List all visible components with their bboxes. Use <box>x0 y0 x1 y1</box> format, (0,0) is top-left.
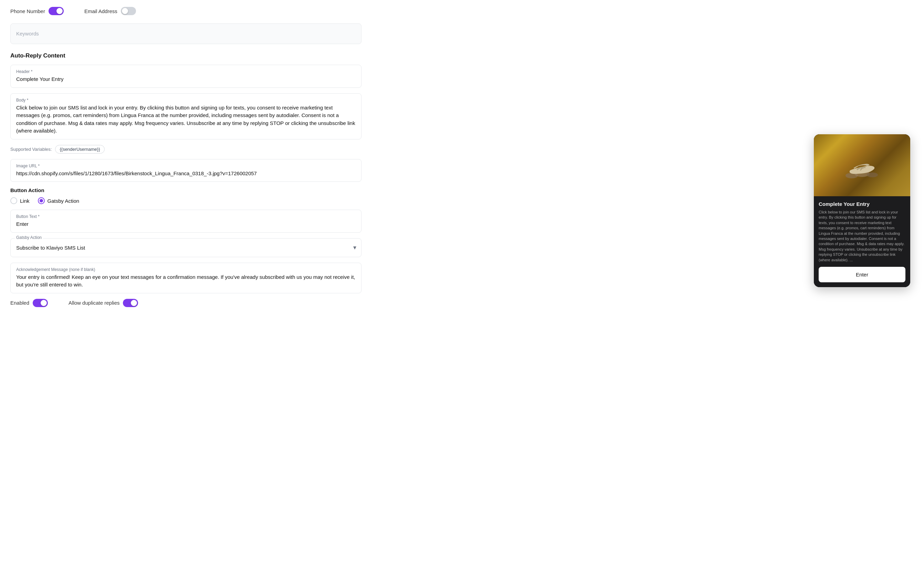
body-value[interactable]: Click below to join our SMS list and loc… <box>16 104 356 135</box>
phone-number-toggle[interactable] <box>48 7 64 15</box>
radio-gatsby-action[interactable]: Gatsby Action <box>38 197 79 204</box>
email-address-toggle[interactable] <box>121 7 136 15</box>
button-action-title: Button Action <box>10 187 362 193</box>
acknowledgement-value[interactable]: Your entry is confirmed! Keep an eye on … <box>16 273 356 289</box>
keywords-container[interactable]: Keywords <box>10 23 362 44</box>
svg-point-2 <box>867 172 878 177</box>
toggle-thumb-duplicate <box>131 300 137 306</box>
header-value[interactable]: Complete Your Entry <box>16 76 356 83</box>
preview-card: Complete Your Entry Click below to join … <box>814 134 910 287</box>
toggle-track-phone[interactable] <box>48 7 64 15</box>
preview-text-area: Complete Your Entry Click below to join … <box>814 196 910 287</box>
radio-circle-gatsby[interactable] <box>38 197 45 204</box>
toggle-thumb-email <box>122 8 128 14</box>
phone-number-toggle-row: Phone Number <box>10 7 64 15</box>
preview-card-body: Click below to join our SMS list and loc… <box>819 210 905 263</box>
acknowledgement-label: Acknowledgement Message (none if blank) <box>16 267 356 272</box>
phone-number-label: Phone Number <box>10 8 45 14</box>
preview-card-header: Complete Your Entry <box>819 201 905 207</box>
acknowledgement-field-group: Acknowledgement Message (none if blank) … <box>10 263 362 293</box>
radio-label-gatsby: Gatsby Action <box>48 198 79 204</box>
sandal-icon <box>841 152 883 179</box>
image-url-value[interactable]: https://cdn.shopify.com/s/files/1/1280/1… <box>16 170 356 178</box>
button-action-radio-row: Link Gatsby Action <box>10 197 362 204</box>
image-url-label: Image URL * <box>16 164 356 168</box>
allow-duplicate-label: Allow duplicate replies <box>69 300 119 306</box>
header-label: Header * <box>16 69 356 74</box>
gatsby-action-select[interactable]: Subscribe to Klaviyo SMS List Other Acti… <box>11 239 361 257</box>
button-action-section: Button Action Link Gatsby Action <box>10 187 362 204</box>
body-label: Body * <box>16 98 356 103</box>
gatsby-action-legend: Gatsby Action <box>15 235 43 240</box>
keywords-placeholder: Keywords <box>16 31 39 37</box>
allow-duplicate-toggle-row: Allow duplicate replies <box>69 299 138 307</box>
toggle-thumb-phone <box>56 8 63 14</box>
button-text-field-group: Button Text * Enter <box>10 210 362 233</box>
preview-enter-button[interactable]: Enter <box>819 267 905 282</box>
button-text-value[interactable]: Enter <box>16 220 356 228</box>
image-url-field-group: Image URL * https://cdn.shopify.com/s/fi… <box>10 159 362 182</box>
toggle-thumb-enabled <box>40 300 47 306</box>
email-address-label: Email Address <box>84 8 118 14</box>
enabled-label: Enabled <box>10 300 29 306</box>
radio-label-link: Link <box>20 198 30 204</box>
header-field-group: Header * Complete Your Entry <box>10 65 362 88</box>
toggle-track-duplicate[interactable] <box>123 299 138 307</box>
supported-vars-label: Supported Variables: <box>10 147 52 152</box>
email-address-toggle-row: Email Address <box>84 7 136 15</box>
toggle-track-email[interactable] <box>121 7 136 15</box>
enabled-toggle-row: Enabled <box>10 299 48 307</box>
supported-vars-row: Supported Variables: {{senderUsername}} <box>10 145 362 153</box>
radio-link[interactable]: Link <box>10 197 30 204</box>
bottom-toggle-row: Enabled Allow duplicate replies <box>10 299 362 307</box>
preview-panel: Complete Your Entry Click below to join … <box>814 134 917 287</box>
var-chip-sender-username[interactable]: {{senderUsername}} <box>55 145 104 153</box>
auto-reply-title: Auto-Reply Content <box>10 52 362 59</box>
enabled-toggle[interactable] <box>33 299 48 307</box>
radio-circle-link[interactable] <box>10 197 17 204</box>
gatsby-action-wrapper: Gatsby Action Subscribe to Klaviyo SMS L… <box>10 238 362 257</box>
button-text-label: Button Text * <box>16 214 356 219</box>
body-field-group: Body * Click below to join our SMS list … <box>10 93 362 139</box>
allow-duplicate-toggle[interactable] <box>123 299 138 307</box>
preview-image-area <box>814 134 910 196</box>
toggle-track-enabled[interactable] <box>33 299 48 307</box>
